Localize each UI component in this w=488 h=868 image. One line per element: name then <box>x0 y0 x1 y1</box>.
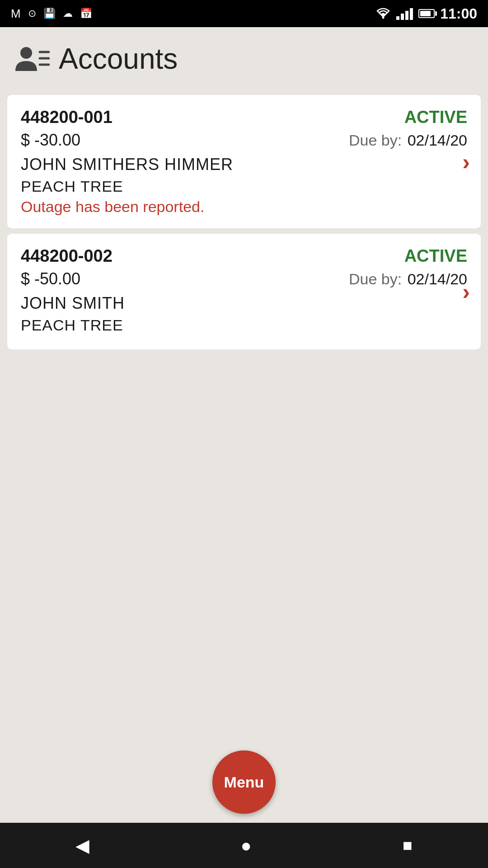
account-card-2[interactable]: 448200-002 ACTIVE $ -50.00 Due by: 02/14… <box>7 234 481 349</box>
gmail-icon: M <box>11 7 21 21</box>
accounts-icon <box>14 43 50 75</box>
home-icon: ● <box>241 835 252 856</box>
account-location-1: PEACH TREE <box>21 178 467 195</box>
record-icon: ⊙ <box>28 8 36 19</box>
bottom-nav: ◀ ● ■ <box>0 823 488 868</box>
save-icon: 💾 <box>43 8 56 19</box>
svg-point-1 <box>20 47 32 59</box>
status-bar-left-icons: M ⊙ 💾 ☁ 📅 <box>11 7 92 21</box>
calendar-icon: 📅 <box>80 8 92 19</box>
status-bar-right-icons: 11:00 <box>375 5 477 22</box>
wifi-icon <box>375 8 391 19</box>
due-by-label-2: Due by: 02/14/20 <box>349 270 467 288</box>
account-amount-1: $ -30.00 <box>21 131 80 150</box>
account-card-1[interactable]: 448200-001 ACTIVE $ -30.00 Due by: 02/14… <box>7 95 481 228</box>
card-2-amount-row: $ -50.00 Due by: 02/14/20 <box>21 269 467 288</box>
card-1-amount-row: $ -30.00 Due by: 02/14/20 <box>21 131 467 150</box>
svg-point-0 <box>382 17 385 19</box>
cloud-icon: ☁ <box>63 8 73 19</box>
account-alert-1: Outage has been reported. <box>21 198 467 216</box>
menu-button-container: Menu <box>212 750 276 814</box>
status-time: 11:00 <box>440 5 477 22</box>
signal-icon <box>396 7 413 20</box>
account-status-1: ACTIVE <box>404 108 467 127</box>
card-1-top-row: 448200-001 ACTIVE <box>21 108 467 127</box>
recents-button[interactable]: ■ <box>403 836 413 855</box>
status-bar: M ⊙ 💾 ☁ 📅 11:00 <box>0 0 488 27</box>
account-number-1: 448200-001 <box>21 108 113 127</box>
account-status-2: ACTIVE <box>404 246 467 266</box>
card-2-top-row: 448200-002 ACTIVE <box>21 246 467 266</box>
accounts-list: 448200-001 ACTIVE $ -30.00 Due by: 02/14… <box>0 90 488 823</box>
recents-icon: ■ <box>403 836 413 855</box>
menu-button-label: Menu <box>224 774 264 791</box>
back-icon: ◀ <box>75 835 89 856</box>
account-location-2: PEACH TREE <box>21 316 467 334</box>
menu-button[interactable]: Menu <box>212 750 276 814</box>
page-title: Accounts <box>59 42 178 75</box>
home-button[interactable]: ● <box>241 835 252 856</box>
battery-icon <box>418 9 435 18</box>
page-header: Accounts <box>0 27 488 90</box>
account-amount-2: $ -50.00 <box>21 269 80 288</box>
account-name-1: JOHN SMITHERS HIMMER <box>21 155 467 174</box>
account-number-2: 448200-002 <box>21 246 113 266</box>
chevron-right-icon-1: › <box>462 149 470 175</box>
chevron-right-icon-2: › <box>462 278 470 305</box>
back-button[interactable]: ◀ <box>75 835 89 856</box>
account-name-2: JOHN SMITH <box>21 294 467 313</box>
due-by-label-1: Due by: 02/14/20 <box>349 132 467 149</box>
